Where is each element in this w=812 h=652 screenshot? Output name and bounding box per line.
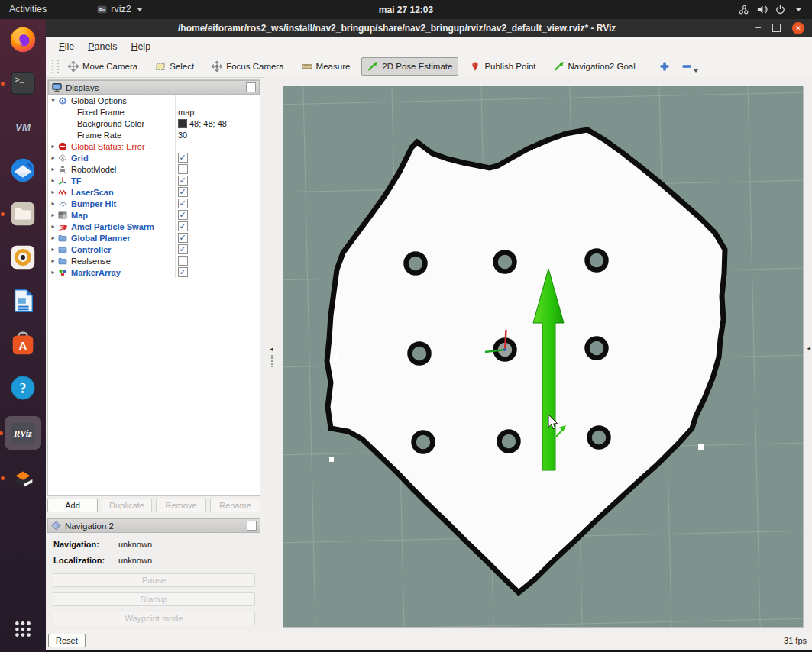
chevron-down-icon — [137, 8, 143, 11]
tree-row-global-status-error[interactable]: Global Status: Error — [48, 140, 260, 152]
2d-pose-estimate-tool[interactable]: 2D Pose Estimate — [361, 57, 458, 76]
tree-row-controller[interactable]: Controller — [48, 244, 260, 255]
displays-panel-header[interactable]: Displays — [48, 80, 260, 95]
display-enabled-checkbox[interactable] — [178, 256, 188, 266]
activities-button[interactable]: Activities — [0, 0, 56, 19]
tree-row-grid[interactable]: Grid — [48, 152, 260, 163]
display-enabled-checkbox[interactable] — [178, 164, 188, 174]
connectivity-icon[interactable] — [738, 4, 749, 15]
clock[interactable]: mai 27 12:03 — [379, 5, 433, 15]
toolbar-grip[interactable] — [52, 60, 59, 73]
expander-icon[interactable] — [48, 189, 58, 195]
tree-row-background-color[interactable]: Background Color48; 48; 48 — [48, 118, 260, 129]
dock-item-thunderbird[interactable] — [6, 155, 40, 186]
tree-row-value — [175, 186, 260, 198]
expander-icon[interactable] — [48, 223, 58, 230]
tree-row-value-text[interactable]: map — [178, 108, 194, 117]
splitter-handle[interactable] — [271, 355, 275, 367]
display-enabled-checkbox[interactable] — [178, 221, 188, 231]
display-enabled-checkbox[interactable] — [178, 199, 188, 208]
displays-float-checkbox[interactable] — [246, 82, 256, 92]
publish-point-tool[interactable]: Publish Point — [464, 57, 542, 76]
dock-item-firefox[interactable] — [6, 24, 40, 55]
measure-tool[interactable]: Measure — [296, 57, 357, 76]
expander-icon[interactable] — [48, 143, 58, 150]
menu-file[interactable]: File — [52, 39, 81, 54]
dock-item-ubuntu-software[interactable]: A — [6, 329, 40, 360]
menu-caret-icon[interactable] — [793, 4, 804, 15]
navigation2-goal-tool[interactable]: Navigation2 Goal — [548, 57, 642, 76]
expander-icon[interactable] — [48, 166, 58, 173]
app-menu[interactable]: Rv rviz2 — [88, 0, 151, 19]
navigation2-float-checkbox[interactable] — [247, 521, 257, 531]
expander-icon[interactable] — [48, 200, 58, 207]
dock-item-app-grid[interactable] — [6, 614, 40, 644]
menu-help[interactable]: Help — [124, 39, 157, 54]
tree-row-value — [175, 95, 260, 106]
expander-icon[interactable] — [48, 97, 58, 104]
expander-icon[interactable] — [48, 234, 58, 241]
expander-icon[interactable] — [48, 246, 58, 253]
select-tool[interactable]: Select — [149, 57, 200, 76]
minimize-icon[interactable]: – — [755, 19, 761, 37]
move-camera-tool[interactable]: Move Camera — [62, 57, 144, 76]
display-enabled-checkbox[interactable] — [178, 233, 188, 243]
tree-row-global-planner[interactable]: Global Planner — [48, 232, 260, 244]
display-enabled-checkbox[interactable] — [178, 210, 188, 220]
expander-icon[interactable] — [48, 177, 58, 184]
volume-icon[interactable] — [756, 4, 768, 15]
tree-row-value-text[interactable]: 30 — [178, 131, 187, 140]
tree-row-tf[interactable]: TF — [48, 175, 260, 186]
splitter-collapse-left[interactable] — [270, 346, 273, 353]
dock-item-help[interactable]: ? — [6, 373, 40, 403]
tree-row-bumper-hit[interactable]: Bumper Hit — [48, 198, 260, 209]
splitter-collapse-right[interactable] — [807, 345, 810, 352]
files-running-indicator — [1, 212, 5, 216]
expander-icon[interactable] — [48, 269, 58, 276]
title-bar[interactable]: /home/eiforamr/ros2_ws/install/nav2_brin… — [46, 19, 812, 37]
menu-panels[interactable]: Panels — [81, 39, 124, 54]
maximize-icon[interactable] — [772, 24, 781, 32]
display-enabled-checkbox[interactable] — [178, 244, 188, 254]
render-view[interactable] — [283, 86, 804, 628]
dock-item-gazebo[interactable] — [6, 463, 40, 493]
tree-row-frame-rate[interactable]: Frame Rate30 — [48, 129, 260, 140]
dock-item-rviz[interactable]: RViz — [5, 416, 41, 450]
tree-row-value-text[interactable]: 48; 48; 48 — [189, 119, 227, 128]
tree-row-laserscan[interactable]: LaserScan — [48, 186, 260, 198]
files-icon — [8, 199, 37, 228]
displays-monitor-icon — [52, 82, 62, 92]
display-enabled-checkbox[interactable] — [178, 267, 188, 277]
tree-row-markerarray[interactable]: MarkerArray — [48, 266, 260, 278]
display-enabled-checkbox[interactable] — [178, 153, 188, 163]
minus-button[interactable] — [677, 57, 705, 76]
power-icon[interactable] — [775, 4, 786, 15]
publish-point-icon — [470, 61, 480, 72]
tool-dropdown-caret-icon[interactable] — [694, 69, 698, 73]
focus-camera-tool[interactable]: Focus Camera — [205, 57, 290, 76]
display-enabled-checkbox[interactable] — [178, 176, 188, 186]
close-icon[interactable] — [792, 22, 804, 34]
tree-row-robotmodel[interactable]: RobotModel — [48, 163, 260, 175]
expander-icon[interactable] — [48, 154, 58, 161]
expander-icon[interactable] — [48, 257, 58, 264]
add-button[interactable]: Add — [47, 499, 98, 512]
dock-item-libreoffice[interactable] — [6, 286, 40, 316]
dock-item-rhythmbox[interactable] — [6, 242, 40, 273]
tree-row-amcl-particle-swarm[interactable]: Amcl Particle Swarm — [48, 221, 260, 232]
plus-button[interactable] — [655, 57, 675, 76]
duplicate-button: Duplicate — [102, 499, 152, 512]
expander-icon[interactable] — [48, 211, 58, 218]
tree-row-fixed-frame[interactable]: Fixed Framemap — [48, 106, 260, 118]
tree-row-realsense[interactable]: Realsense — [48, 255, 260, 266]
reset-button[interactable]: Reset — [48, 634, 86, 647]
tree-row-global-options[interactable]: Global Options — [48, 95, 260, 106]
navigation2-panel: Navigation 2 Navigation:unknownLocalizat… — [47, 518, 260, 631]
dock-item-terminal[interactable]: >_ — [6, 68, 40, 98]
dock-item-vmware[interactable]: VM — [6, 111, 40, 142]
tree-row-map[interactable]: Map — [48, 209, 260, 221]
navigation2-panel-header[interactable]: Navigation 2 — [47, 518, 260, 533]
dock-item-files[interactable] — [6, 199, 40, 229]
tree-row-label: Amcl Particle Swarm — [71, 222, 154, 231]
display-enabled-checkbox[interactable] — [178, 187, 188, 197]
